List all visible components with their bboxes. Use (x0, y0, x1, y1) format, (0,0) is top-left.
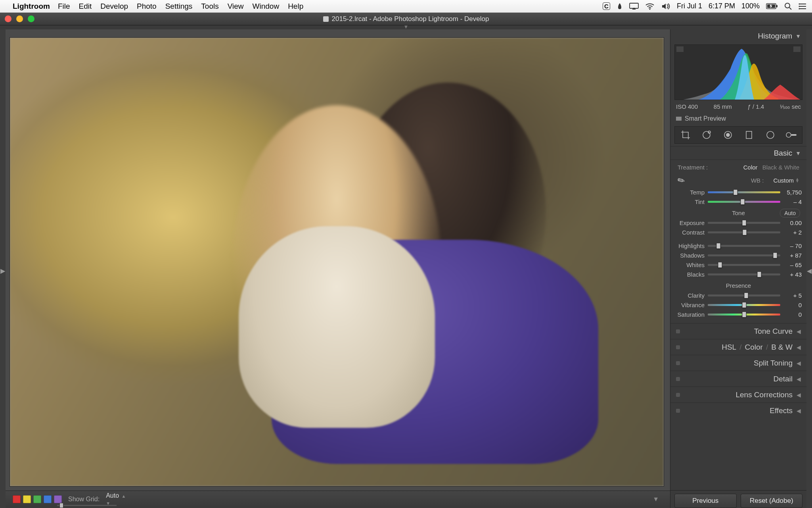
tone-heading: Tone (732, 210, 745, 216)
tint-slider[interactable] (708, 201, 780, 203)
color-label-green[interactable] (33, 495, 41, 503)
menu-extra-c-icon[interactable]: C (603, 2, 610, 10)
treatment-color[interactable]: Color (743, 164, 758, 171)
svg-point-16 (726, 133, 730, 137)
reset-button[interactable]: Reset (Adobe) (741, 494, 803, 508)
menu-settings[interactable]: Settings (165, 2, 193, 11)
svg-point-5 (785, 3, 790, 8)
histogram[interactable] (674, 44, 802, 100)
toolbar-slider[interactable] (57, 505, 117, 506)
left-panel-handle[interactable]: ▶ (0, 29, 6, 508)
whites-slider[interactable] (708, 264, 780, 266)
window-title: 2015-2.lrcat - Adobe Photoshop Lightroom… (332, 15, 489, 23)
auto-tone-button[interactable]: Auto (780, 209, 800, 217)
window-minimize-button[interactable] (16, 15, 23, 22)
svg-rect-17 (746, 131, 752, 139)
svg-point-19 (786, 133, 791, 137)
exposure-value[interactable]: 0.00 (780, 219, 802, 226)
photo-preview[interactable] (10, 37, 664, 487)
highlights-value[interactable]: – 70 (780, 242, 802, 249)
menu-photo[interactable]: Photo (137, 2, 157, 11)
menu-tools[interactable]: Tools (201, 2, 218, 11)
svg-rect-20 (791, 134, 797, 136)
window-zoom-button[interactable] (28, 15, 34, 22)
svg-point-10 (799, 3, 800, 4)
treatment-bw[interactable]: Black & White (762, 164, 799, 171)
color-label-blue[interactable] (44, 495, 52, 503)
svg-point-18 (767, 131, 774, 139)
wb-value[interactable]: Custom (773, 177, 794, 184)
battery-icon[interactable] (766, 3, 778, 9)
document-icon (323, 16, 329, 22)
histogram-metadata: ISO 400 85 mm ƒ / 1.4 ¹⁄₅₀₀ sec (670, 102, 806, 113)
blacks-slider[interactable] (708, 273, 780, 275)
menu-view[interactable]: View (228, 2, 244, 11)
wb-stepper-icon[interactable]: ▲▼ (795, 178, 799, 183)
smart-preview-row[interactable]: Smart Preview (670, 113, 806, 126)
menu-edit[interactable]: Edit (79, 2, 92, 11)
exposure-slider[interactable] (708, 222, 780, 224)
vibrance-value[interactable]: 0 (780, 302, 802, 308)
highlights-slider[interactable] (708, 245, 780, 247)
temp-value[interactable]: 5,750 (780, 189, 802, 196)
clarity-value[interactable]: + 5 (780, 292, 802, 299)
toolbar-options-icon[interactable]: ▼ (653, 496, 659, 503)
menubar-battery-pct[interactable]: 100% (741, 2, 760, 10)
temp-slider[interactable] (708, 191, 780, 193)
lens-corrections-module[interactable]: Lens Corrections◀ (670, 387, 806, 402)
color-label-purple[interactable] (54, 495, 62, 503)
effects-module[interactable]: Effects◀ (670, 402, 806, 418)
top-panel-handle[interactable]: ▼ (0, 25, 812, 29)
shadows-value[interactable]: + 87 (780, 252, 802, 259)
menu-file[interactable]: File (58, 2, 70, 11)
canvas-area: Show Grid: Auto ▲▼ ▼ ▲ (6, 29, 670, 508)
tint-value[interactable]: – 4 (780, 198, 802, 205)
menubar-time[interactable]: 6:17 PM (709, 2, 735, 10)
presence-heading: Presence (726, 282, 751, 289)
previous-button[interactable]: Previous (674, 494, 737, 508)
graduated-filter-tool-icon[interactable] (743, 129, 755, 141)
contrast-slider[interactable] (708, 231, 780, 233)
detail-module[interactable]: Detail◀ (670, 371, 806, 387)
svg-point-11 (799, 6, 800, 7)
airplay-icon[interactable] (629, 3, 639, 10)
blacks-value[interactable]: + 43 (780, 271, 802, 278)
spot-removal-tool-icon[interactable] (701, 129, 712, 141)
split-toning-module[interactable]: Split Toning◀ (670, 355, 806, 371)
contrast-value[interactable]: + 2 (780, 229, 802, 236)
saturation-value[interactable]: 0 (780, 311, 802, 318)
color-label-yellow[interactable] (23, 495, 31, 503)
adjustment-brush-tool-icon[interactable] (785, 129, 797, 141)
basic-header[interactable]: Basic▼ (670, 146, 806, 160)
redeye-tool-icon[interactable] (722, 129, 734, 141)
menubar-date[interactable]: Fri Jul 1 (677, 2, 702, 10)
show-grid-value[interactable]: Auto (106, 492, 119, 499)
window-close-button[interactable] (5, 15, 11, 22)
menu-develop[interactable]: Develop (100, 2, 128, 11)
whites-value[interactable]: – 65 (780, 262, 802, 268)
menu-help[interactable]: Help (288, 2, 303, 11)
menu-extra-backblaze-icon[interactable] (617, 2, 623, 10)
clarity-slider[interactable] (708, 294, 780, 296)
exposure-label: Exposure (675, 219, 708, 226)
right-panel-handle[interactable]: ◀ (806, 29, 812, 508)
histogram-header[interactable]: Histogram▼ (670, 29, 806, 43)
tone-curve-module[interactable]: Tone Curve◀ (670, 323, 806, 339)
vibrance-slider[interactable] (708, 304, 780, 306)
color-label-red[interactable] (13, 495, 21, 503)
app-name[interactable]: Lightroom (13, 2, 50, 11)
volume-icon[interactable] (661, 3, 670, 10)
wb-eyedropper-icon[interactable]: ✎ (676, 173, 691, 188)
meta-shutter: ¹⁄₅₀₀ sec (780, 103, 801, 110)
highlights-label: Highlights (675, 242, 708, 249)
crop-tool-icon[interactable] (680, 129, 691, 141)
menu-window[interactable]: Window (253, 2, 280, 11)
hsl-module[interactable]: HSL/Color/B & W◀ (670, 339, 806, 355)
saturation-slider[interactable] (708, 314, 780, 316)
shadows-slider[interactable] (708, 254, 780, 256)
notification-center-icon[interactable] (799, 3, 806, 10)
spotlight-icon[interactable] (784, 2, 792, 10)
wifi-icon[interactable] (645, 3, 655, 10)
window-controls (5, 15, 34, 22)
radial-filter-tool-icon[interactable] (764, 129, 776, 141)
